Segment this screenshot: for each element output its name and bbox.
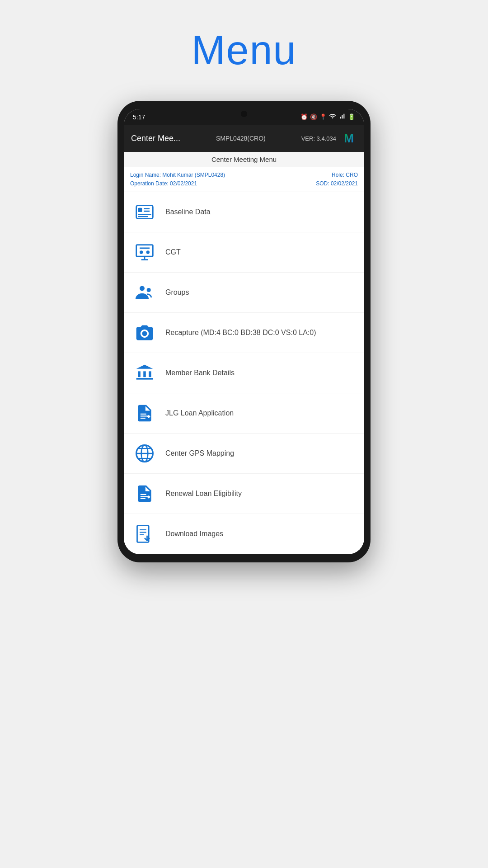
camera-icon — [133, 321, 156, 344]
phone-screen: 5:17 ⏰ 🔇 📍 🔋 Center Mee... SMPL0428(CRO)… — [124, 109, 364, 554]
doc-edit-icon — [133, 401, 156, 425]
menu-item-gps-mapping[interactable]: Center GPS Mapping — [124, 434, 364, 474]
app-logo: M — [341, 130, 357, 146]
login-name: Login Name: Mohit Kumar (SMPL0428) — [130, 171, 225, 179]
app-title: Center Mee... — [131, 134, 180, 143]
presentation-icon — [133, 241, 156, 264]
status-time: 5:17 — [133, 113, 145, 121]
alarm-icon: ⏰ — [300, 113, 308, 120]
user-info-right: Role: CRO SOD: 02/02/2021 — [316, 171, 358, 188]
svg-point-10 — [146, 251, 150, 254]
renewal-loan-label: Renewal Loan Eligibility — [165, 490, 242, 498]
battery-icon: 🔋 — [348, 113, 355, 120]
status-icons: ⏰ 🔇 📍 🔋 — [300, 113, 355, 121]
role-label: Role: CRO — [316, 171, 358, 179]
jlg-loan-label: JLG Loan Application — [165, 409, 234, 417]
page-title: Menu — [191, 27, 296, 74]
group-icon — [133, 281, 156, 304]
recapture-label: Recapture (MD:4 BC:0 BD:38 DC:0 VS:0 LA:… — [165, 329, 316, 337]
header-right: VER: 3.4.034 M — [301, 130, 357, 146]
menu-item-jlg-loan[interactable]: JLG Loan Application — [124, 393, 364, 434]
svg-rect-1 — [138, 208, 142, 212]
globe-icon — [133, 442, 156, 465]
sub-header-title: Center Meeting Menu — [211, 156, 277, 163]
user-info-bar: Login Name: Mohit Kumar (SMPL0428) Opera… — [124, 167, 364, 192]
menu-item-recapture[interactable]: Recapture (MD:4 BC:0 BD:38 DC:0 VS:0 LA:… — [124, 313, 364, 353]
download-doc-icon — [133, 522, 156, 546]
svg-point-12 — [140, 286, 145, 291]
id-card-icon — [133, 200, 156, 224]
wifi-icon — [329, 113, 336, 121]
menu-item-cgt[interactable]: CGT — [124, 232, 364, 273]
menu-item-groups[interactable]: Groups — [124, 273, 364, 313]
menu-item-download-images[interactable]: Download Images — [124, 514, 364, 554]
menu-item-baseline-data[interactable]: Baseline Data — [124, 192, 364, 232]
phone-device: 5:17 ⏰ 🔇 📍 🔋 Center Mee... SMPL0428(CRO)… — [117, 101, 371, 562]
camera-notch — [241, 111, 247, 117]
menu-item-member-bank[interactable]: Member Bank Details — [124, 353, 364, 393]
user-code: SMPL0428(CRO) — [216, 135, 266, 142]
user-info-left: Login Name: Mohit Kumar (SMPL0428) Opera… — [130, 171, 225, 188]
download-images-label: Download Images — [165, 530, 223, 538]
gps-mapping-label: Center GPS Mapping — [165, 449, 234, 458]
cgt-label: CGT — [165, 248, 181, 256]
svg-rect-6 — [136, 245, 153, 257]
sub-header: Center Meeting Menu — [124, 152, 364, 167]
svg-rect-15 — [138, 372, 141, 377]
svg-rect-18 — [136, 378, 153, 380]
doc-edit2-icon — [133, 482, 156, 505]
svg-rect-17 — [149, 372, 151, 377]
bank-icon — [133, 361, 156, 385]
svg-point-14 — [142, 331, 147, 336]
baseline-data-label: Baseline Data — [165, 208, 211, 216]
member-bank-label: Member Bank Details — [165, 369, 235, 377]
operation-date: Operation Date: 02/02/2021 — [130, 179, 225, 188]
svg-point-13 — [147, 288, 151, 292]
menu-list: Baseline Data CGT — [124, 192, 364, 554]
svg-rect-16 — [143, 372, 146, 377]
location-icon: 📍 — [319, 113, 327, 120]
sod-label: SOD: 02/02/2021 — [316, 179, 358, 188]
svg-point-9 — [140, 251, 143, 254]
menu-item-renewal-loan[interactable]: Renewal Loan Eligibility — [124, 474, 364, 514]
version-label: VER: 3.4.034 — [301, 135, 336, 142]
mute-icon: 🔇 — [310, 113, 317, 120]
app-header: Center Mee... SMPL0428(CRO) VER: 3.4.034… — [124, 125, 364, 152]
signal-icon — [338, 113, 346, 121]
groups-label: Groups — [165, 288, 189, 297]
